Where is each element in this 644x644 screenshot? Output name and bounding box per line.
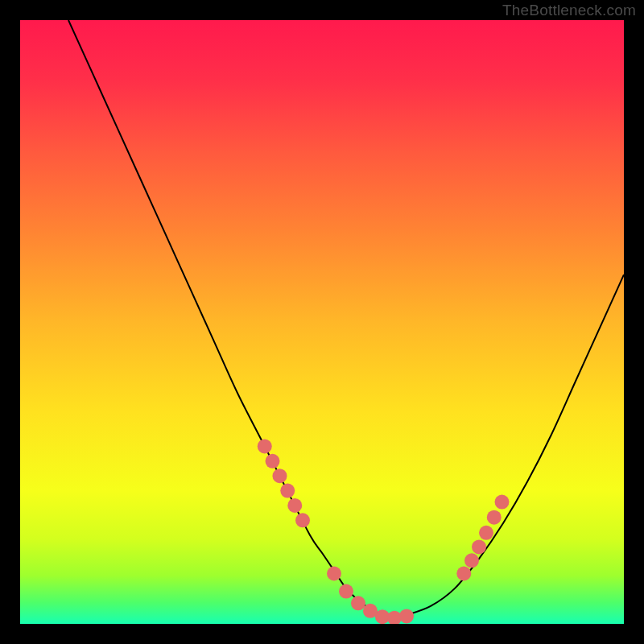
marker-cluster-bottom	[327, 567, 414, 625]
curve-marker	[456, 567, 471, 581]
curve-marker	[479, 526, 493, 540]
curve-marker	[339, 584, 353, 599]
curve-marker	[327, 567, 341, 581]
curve-marker	[295, 513, 310, 527]
watermark-text: TheBottleneck.com	[502, 2, 636, 19]
curve-marker	[472, 539, 486, 554]
curve-marker	[464, 553, 479, 568]
marker-cluster-right	[456, 495, 509, 581]
curve-marker	[487, 510, 502, 525]
curve-marker	[266, 454, 280, 469]
chart-svg	[20, 20, 624, 624]
curve-marker	[287, 498, 302, 513]
bottleneck-curve	[68, 20, 624, 618]
curve-marker	[351, 596, 365, 610]
curve-marker	[258, 439, 272, 453]
chart-stage: TheBottleneck.com	[0, 0, 644, 644]
curve-marker	[399, 609, 414, 623]
curve-marker	[273, 469, 287, 483]
curve-marker	[495, 495, 510, 510]
plot-area	[20, 20, 624, 624]
curve-marker	[280, 484, 295, 498]
